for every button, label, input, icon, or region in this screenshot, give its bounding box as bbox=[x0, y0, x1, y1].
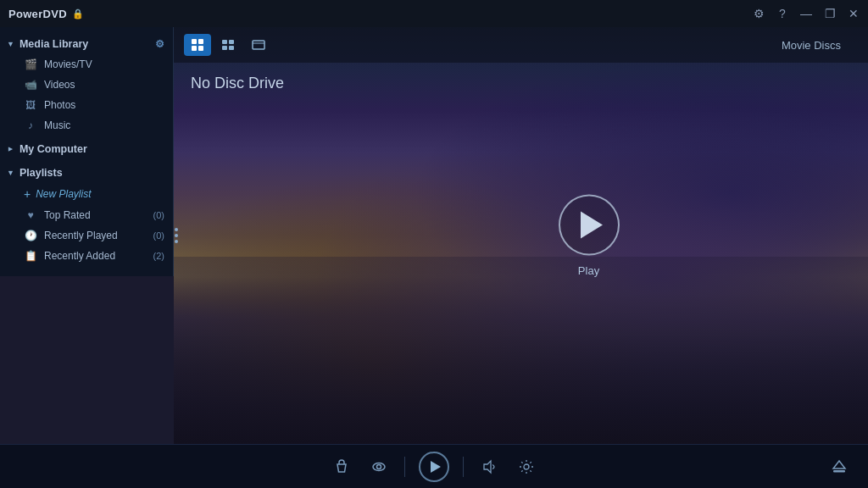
app-title: PowerDVD bbox=[8, 8, 67, 20]
videos-label: Videos bbox=[44, 79, 75, 91]
dot-1 bbox=[175, 228, 178, 231]
music-label: Music bbox=[44, 119, 70, 131]
heart-icon: ♥ bbox=[24, 209, 37, 221]
media-library-label: Media Library bbox=[19, 38, 88, 50]
svg-rect-1 bbox=[198, 39, 203, 44]
sidebar-item-recently-added[interactable]: 📋 Recently Added (2) bbox=[0, 246, 173, 266]
play-label: Play bbox=[578, 264, 599, 277]
sidebar: ▼ Media Library ⚙ 🎬 Movies/TV 📹 Videos 🖼… bbox=[0, 27, 174, 276]
sidebar-item-movies-tv[interactable]: 🎬 Movies/TV bbox=[0, 54, 173, 75]
recently-added-label: Recently Added bbox=[44, 250, 115, 262]
sidebar-item-top-rated[interactable]: ♥ Top Rated (0) bbox=[0, 205, 173, 225]
top-rated-badge: (0) bbox=[153, 210, 164, 220]
play-button[interactable] bbox=[559, 195, 620, 256]
play-button-area: Play bbox=[559, 195, 620, 277]
play-triangle-icon bbox=[581, 212, 603, 239]
new-playlist-label: New Playlist bbox=[36, 188, 91, 200]
movies-tv-label: Movies/TV bbox=[44, 58, 92, 70]
videos-icon: 📹 bbox=[24, 79, 37, 91]
svg-rect-6 bbox=[222, 46, 227, 50]
view-toolbar: Movie Discs bbox=[174, 27, 868, 63]
eject-button[interactable] bbox=[827, 455, 851, 479]
chevron-down-icon: ▼ bbox=[7, 40, 14, 48]
sidebar-item-photos[interactable]: 🖼 Photos bbox=[0, 95, 173, 115]
svg-rect-3 bbox=[198, 46, 203, 51]
svg-point-10 bbox=[377, 464, 381, 469]
filter-icon[interactable]: ⚙ bbox=[155, 38, 164, 50]
sidebar-wrapper: ▼ Media Library ⚙ 🎬 Movies/TV 📹 Videos 🖼… bbox=[0, 27, 174, 444]
bag-icon[interactable] bbox=[330, 455, 353, 479]
sidebar-item-new-playlist[interactable]: + New Playlist bbox=[0, 183, 173, 205]
movies-icon: 🎬 bbox=[24, 58, 37, 70]
lock-icon: 🔒 bbox=[72, 8, 84, 19]
svg-rect-7 bbox=[229, 46, 234, 50]
sidebar-resize-handle[interactable] bbox=[172, 223, 181, 248]
main-layout: ▼ Media Library ⚙ 🎬 Movies/TV 📹 Videos 🖼… bbox=[0, 27, 868, 444]
sidebar-header-playlists[interactable]: ▼ Playlists bbox=[0, 163, 173, 183]
main-play-button[interactable] bbox=[419, 452, 449, 482]
dot-3 bbox=[175, 240, 178, 243]
help-icon[interactable]: ? bbox=[776, 8, 788, 19]
dot-2 bbox=[175, 234, 178, 237]
grid-icon bbox=[191, 38, 204, 52]
title-bar-controls: ⚙ ? — ❐ ✕ bbox=[753, 8, 860, 19]
close-button[interactable]: ✕ bbox=[848, 8, 860, 19]
view-disc-button[interactable] bbox=[245, 34, 272, 56]
disc-view-icon bbox=[252, 38, 265, 52]
photos-label: Photos bbox=[44, 99, 75, 111]
recently-played-icon: 🕐 bbox=[24, 230, 37, 241]
svg-rect-8 bbox=[253, 41, 264, 49]
svg-rect-4 bbox=[222, 40, 227, 44]
sidebar-item-videos[interactable]: 📹 Videos bbox=[0, 75, 173, 95]
svg-rect-2 bbox=[192, 46, 197, 51]
playlists-label: Playlists bbox=[19, 167, 63, 179]
plus-icon: + bbox=[24, 187, 31, 201]
content-area: Movie Discs No Disc Drive Play bbox=[174, 27, 868, 444]
eye-icon[interactable] bbox=[367, 455, 391, 479]
music-icon: ♪ bbox=[24, 119, 37, 131]
list-icon bbox=[221, 38, 235, 52]
settings-icon[interactable]: ⚙ bbox=[753, 8, 765, 19]
sidebar-section-my-computer: ▼ My Computer bbox=[0, 139, 173, 159]
svg-rect-14 bbox=[833, 470, 845, 473]
divider-1 bbox=[404, 457, 405, 477]
view-list-button[interactable] bbox=[214, 34, 242, 56]
recently-played-label: Recently Played bbox=[44, 230, 118, 241]
sidebar-section-media-library: ▼ Media Library ⚙ 🎬 Movies/TV 📹 Videos 🖼… bbox=[0, 34, 173, 136]
water-reflection bbox=[174, 257, 868, 444]
chevron-down-icon-playlists: ▼ bbox=[7, 169, 14, 177]
divider-2 bbox=[463, 457, 464, 477]
sidebar-section-playlists: ▼ Playlists + New Playlist ♥ Top Rated (… bbox=[0, 163, 173, 266]
sidebar-header-media-library[interactable]: ▼ Media Library ⚙ bbox=[0, 34, 173, 54]
settings-icon-bottom[interactable] bbox=[515, 455, 538, 479]
svg-point-12 bbox=[524, 464, 529, 469]
restore-button[interactable]: ❐ bbox=[824, 8, 836, 19]
svg-rect-0 bbox=[192, 39, 197, 44]
chevron-right-icon: ▼ bbox=[6, 146, 14, 153]
toolbar-title: Movie Discs bbox=[782, 39, 841, 52]
svg-marker-11 bbox=[484, 461, 491, 473]
minimize-button[interactable]: — bbox=[800, 8, 812, 19]
svg-rect-5 bbox=[229, 40, 234, 44]
no-disc-text: No Disc Drive bbox=[174, 63, 868, 97]
sidebar-item-recently-played[interactable]: 🕐 Recently Played (0) bbox=[0, 225, 173, 246]
recently-played-badge: (0) bbox=[153, 230, 164, 241]
bottom-bar bbox=[0, 444, 868, 488]
title-bar: PowerDVD 🔒 ⚙ ? — ❐ ✕ bbox=[0, 0, 868, 27]
view-grid-button[interactable] bbox=[184, 34, 211, 56]
sidebar-header-my-computer[interactable]: ▼ My Computer bbox=[0, 139, 173, 159]
recently-added-icon: 📋 bbox=[24, 250, 37, 262]
svg-marker-13 bbox=[833, 461, 845, 469]
top-rated-label: Top Rated bbox=[44, 209, 91, 221]
recently-added-badge: (2) bbox=[153, 251, 164, 261]
photos-icon: 🖼 bbox=[24, 99, 37, 111]
main-play-triangle-icon bbox=[431, 461, 441, 473]
sidebar-item-music[interactable]: ♪ Music bbox=[0, 115, 173, 136]
volume-icon[interactable] bbox=[477, 455, 501, 479]
title-bar-left: PowerDVD 🔒 bbox=[8, 8, 84, 20]
my-computer-label: My Computer bbox=[19, 143, 87, 155]
